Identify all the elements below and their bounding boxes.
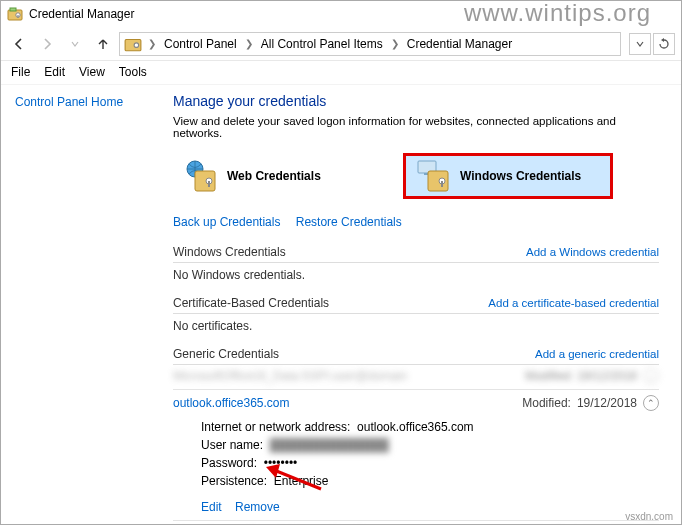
control-panel-home-link[interactable]: Control Panel Home [15, 95, 147, 109]
modified-label: Modified: [522, 396, 571, 410]
address-value: outlook.office365.com [357, 420, 474, 434]
monitor-safe-icon [416, 159, 450, 193]
tab-label: Windows Credentials [460, 169, 581, 183]
address-label: Internet or network address: [201, 420, 350, 434]
globe-safe-icon [183, 159, 217, 193]
add-windows-credential-link[interactable]: Add a Windows credential [526, 246, 659, 258]
certificate-credentials-empty: No certificates. [173, 314, 659, 343]
section-title: Windows Credentials [173, 245, 286, 259]
tab-label: Web Credentials [227, 169, 321, 183]
restore-credentials-link[interactable]: Restore Credentials [296, 215, 402, 229]
chevron-down-icon[interactable]: ⌄ [643, 368, 659, 384]
generic-credential-row-outlook[interactable]: outlook.office365.com Modified: 19/12/20… [173, 392, 659, 414]
breadcrumb-item[interactable]: Control Panel [162, 37, 239, 51]
credential-manager-icon [7, 6, 23, 22]
remove-credential-link[interactable]: Remove [235, 500, 280, 514]
password-value: •••••••• [264, 456, 298, 470]
menu-file[interactable]: File [11, 65, 30, 80]
password-label: Password: [201, 456, 257, 470]
forward-button[interactable] [35, 32, 59, 56]
username-value: ██████████████ [270, 438, 389, 452]
svg-rect-14 [441, 181, 443, 187]
chevron-right-icon: ❯ [241, 38, 257, 49]
chevron-right-icon: ❯ [144, 38, 160, 49]
chevron-right-icon: ❯ [387, 38, 403, 49]
up-button[interactable] [91, 32, 115, 56]
sidebar: Control Panel Home [1, 85, 161, 524]
generic-credential-row[interactable]: MicrosoftOffice16_Data:SSPI:user@domain … [173, 365, 659, 387]
breadcrumb-item[interactable]: All Control Panel Items [259, 37, 385, 51]
credential-detail: Internet or network address: outlook.off… [173, 414, 659, 496]
svg-point-5 [134, 42, 139, 47]
add-certificate-credential-link[interactable]: Add a certificate-based credential [488, 297, 659, 309]
windows-credentials-header: Windows Credentials Add a Windows creden… [173, 241, 659, 263]
certificate-credentials-header: Certificate-Based Credentials Add a cert… [173, 292, 659, 314]
menu-edit[interactable]: Edit [44, 65, 65, 80]
credential-manager-icon [124, 35, 142, 53]
web-credentials-tab[interactable]: Web Credentials [173, 153, 383, 199]
menu-bar: File Edit View Tools [1, 61, 681, 85]
generic-credentials-header: Generic Credentials Add a generic creden… [173, 343, 659, 365]
backup-credentials-link[interactable]: Back up Credentials [173, 215, 280, 229]
address-bar[interactable]: ❯ Control Panel ❯ All Control Panel Item… [119, 32, 621, 56]
credential-name: outlook.office365.com [173, 396, 290, 410]
persistence-label: Persistence: [201, 474, 267, 488]
edit-credential-link[interactable]: Edit [201, 500, 222, 514]
back-button[interactable] [7, 32, 31, 56]
modified-date: 19/12/2018 [577, 396, 637, 410]
windows-credentials-empty: No Windows credentials. [173, 263, 659, 292]
main-content: Manage your credentials View and delete … [161, 85, 681, 524]
window-titlebar: Credential Manager [1, 1, 681, 27]
source-brand: vsxdn.com [625, 511, 673, 522]
username-label: User name: [201, 438, 263, 452]
section-title: Generic Credentials [173, 347, 279, 361]
svg-rect-1 [10, 8, 16, 11]
persistence-value: Enterprise [274, 474, 329, 488]
svg-rect-3 [17, 15, 18, 18]
page-subtitle: View and delete your saved logon informa… [173, 115, 659, 139]
menu-view[interactable]: View [79, 65, 105, 80]
windows-credentials-tab[interactable]: Windows Credentials [403, 153, 613, 199]
chevron-up-icon[interactable]: ⌃ [643, 395, 659, 411]
breadcrumb-item[interactable]: Credential Manager [405, 37, 514, 51]
refresh-button[interactable] [653, 33, 675, 55]
menu-tools[interactable]: Tools [119, 65, 147, 80]
nav-toolbar: ❯ Control Panel ❯ All Control Panel Item… [1, 27, 681, 61]
dropdown-button[interactable] [629, 33, 651, 55]
window-title: Credential Manager [29, 7, 134, 21]
section-title: Certificate-Based Credentials [173, 296, 329, 310]
add-generic-credential-link[interactable]: Add a generic credential [535, 348, 659, 360]
recent-dropdown-icon[interactable] [63, 32, 87, 56]
generic-credential-row[interactable]: SkypeAccountProvideServiceQos/Qos Modifi… [173, 523, 659, 524]
svg-rect-9 [208, 181, 210, 187]
page-title: Manage your credentials [173, 93, 659, 109]
